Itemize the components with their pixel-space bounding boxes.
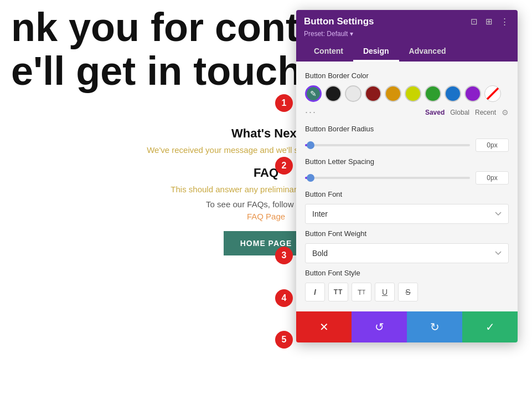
button-settings-panel: Button Settings ⊡ ⊞ ⋮ Preset: Default ▾ … bbox=[296, 10, 518, 342]
color-swatch-active[interactable]: ✎ bbox=[305, 85, 322, 102]
color-swatch-black[interactable] bbox=[325, 85, 342, 102]
font-label: Button Font bbox=[305, 190, 509, 198]
saved-tag[interactable]: Saved bbox=[425, 109, 445, 116]
undo-button[interactable]: ↺ bbox=[352, 311, 407, 342]
color-more-dots[interactable]: ··· bbox=[305, 106, 317, 118]
font-weight-label: Button Font Weight bbox=[305, 229, 509, 238]
border-radius-value[interactable] bbox=[476, 139, 509, 152]
font-style-buttons-row: I TT TT U S bbox=[305, 283, 509, 301]
font-select[interactable]: Inter Arial Helvetica Georgia Times New … bbox=[305, 204, 509, 224]
underline-btn[interactable]: U bbox=[375, 283, 395, 301]
border-radius-thumb[interactable] bbox=[307, 141, 314, 149]
color-swatch-yellow[interactable] bbox=[405, 85, 421, 102]
panel-header-icons: ⊡ ⊞ ⋮ bbox=[469, 16, 510, 28]
italic-btn[interactable]: I bbox=[305, 283, 325, 301]
strikethrough-btn[interactable]: S bbox=[398, 283, 418, 301]
tab-design[interactable]: Design bbox=[353, 42, 399, 62]
border-radius-slider-row bbox=[305, 139, 509, 152]
color-swatches-row: ✎ bbox=[305, 85, 509, 102]
panel-header: Button Settings ⊡ ⊞ ⋮ Preset: Default ▾ … bbox=[296, 10, 518, 62]
color-swatch-green[interactable] bbox=[425, 85, 441, 102]
confirm-button[interactable]: ✓ bbox=[462, 311, 518, 342]
border-radius-track[interactable] bbox=[305, 144, 470, 146]
action-bar: ✕ ↺ ↻ ✓ bbox=[296, 311, 518, 342]
expand-icon[interactable]: ⊡ bbox=[469, 16, 479, 28]
border-radius-label: Button Border Radius bbox=[305, 125, 509, 133]
font-select-row: Inter Arial Helvetica Georgia Times New … bbox=[305, 204, 509, 224]
tab-content[interactable]: Content bbox=[304, 42, 353, 62]
letter-spacing-track[interactable] bbox=[305, 177, 470, 179]
color-tags: Saved Global Recent ⚙ bbox=[425, 108, 509, 117]
letter-spacing-thumb[interactable] bbox=[307, 174, 314, 182]
whats-next-title: What's Next bbox=[231, 126, 301, 141]
step-2-badge: 2 bbox=[275, 157, 293, 175]
panel-body: Button Border Color ✎ ··· Saved Global R… bbox=[296, 62, 518, 311]
letter-spacing-slider-row bbox=[305, 171, 509, 185]
step-3-badge: 3 bbox=[275, 247, 293, 264]
global-tag[interactable]: Global bbox=[450, 109, 469, 116]
uppercase-btn[interactable]: TT bbox=[328, 283, 348, 301]
panel-preset[interactable]: Preset: Default ▾ bbox=[304, 30, 510, 38]
recent-tag[interactable]: Recent bbox=[475, 109, 496, 116]
panel-tabs: Content Design Advanced bbox=[304, 42, 510, 62]
panel-title: Button Settings bbox=[304, 16, 374, 27]
capitalize-btn[interactable]: TT bbox=[352, 283, 371, 301]
cancel-button[interactable]: ✕ bbox=[296, 311, 352, 342]
color-settings-gear-icon[interactable]: ⚙ bbox=[502, 108, 509, 117]
color-swatch-purple[interactable] bbox=[464, 85, 481, 102]
step-4-badge: 4 bbox=[275, 289, 293, 307]
columns-icon[interactable]: ⊞ bbox=[484, 16, 494, 28]
font-weight-select[interactable]: Thin Light Regular Medium Semi Bold Bold… bbox=[305, 243, 509, 263]
letter-spacing-label: Button Letter Spacing bbox=[305, 157, 509, 166]
font-weight-select-row: Thin Light Regular Medium Semi Bold Bold… bbox=[305, 243, 509, 263]
border-color-label: Button Border Color bbox=[305, 71, 509, 80]
color-swatch-orange[interactable] bbox=[385, 85, 401, 102]
color-swatch-transparent[interactable] bbox=[484, 85, 501, 102]
step-5-badge: 5 bbox=[275, 331, 293, 349]
panel-title-row: Button Settings ⊡ ⊞ ⋮ bbox=[304, 16, 510, 28]
color-swatch-white[interactable] bbox=[345, 85, 361, 102]
more-options-icon[interactable]: ⋮ bbox=[499, 16, 510, 28]
tab-advanced[interactable]: Advanced bbox=[399, 42, 456, 62]
faq-title: FAQ bbox=[254, 166, 278, 180]
color-swatch-blue[interactable] bbox=[445, 85, 461, 102]
color-sub-row: ··· Saved Global Recent ⚙ bbox=[305, 106, 509, 118]
redo-button[interactable]: ↻ bbox=[407, 311, 462, 342]
faq-link[interactable]: FAQ Page bbox=[247, 212, 285, 221]
step-1-badge: 1 bbox=[275, 94, 293, 112]
page-header: nk you for contacting us e'll get in tou… bbox=[0, 0, 316, 93]
letter-spacing-value[interactable] bbox=[476, 171, 509, 185]
font-style-label: Button Font Style bbox=[305, 269, 509, 277]
color-swatch-darkred[interactable] bbox=[365, 85, 381, 102]
